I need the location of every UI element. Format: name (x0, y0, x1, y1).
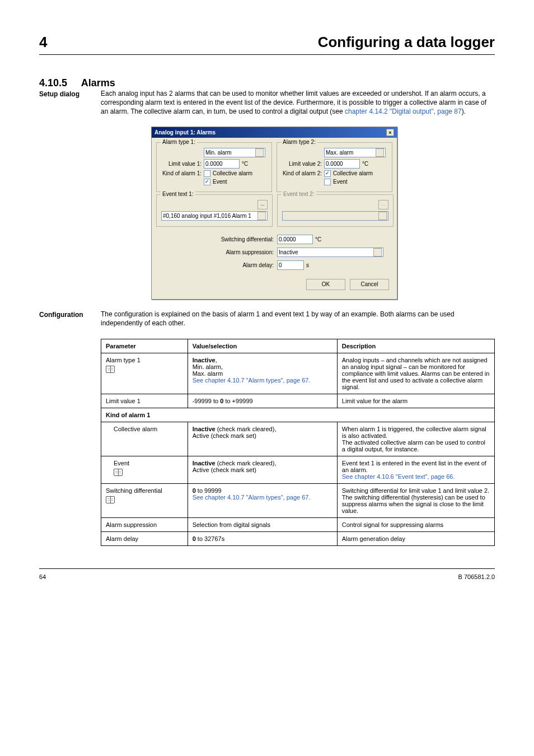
desc-alarm-type-1: Analog inputs – and channels which are n… (337, 353, 494, 394)
doc-id: B 706581.2.0 (458, 573, 495, 580)
eventtext1-legend: Event text 1: (161, 191, 195, 197)
desc-switch-diff: Switching differential for limit value 1… (337, 483, 494, 517)
table-row: Switching differential 0 to 99999See cha… (101, 483, 495, 517)
desc-delay: Alarm generation delay (337, 531, 494, 545)
alarm2-type-select[interactable]: Max. alarm (324, 148, 386, 157)
eventtext2-select (282, 211, 388, 221)
suppression-label: Alarm suppression: (156, 249, 274, 255)
ok-button[interactable]: OK (306, 279, 345, 290)
kind1-label: Kind of alarm 1: (161, 170, 202, 176)
dialog-title: Analog input 1: Alarms (154, 129, 216, 136)
configuration-label: Configuration (39, 311, 101, 319)
subsection-number: 4.10.5 (39, 77, 67, 88)
event1-checkbox[interactable]: ✓ (204, 179, 210, 185)
ref-digital-output[interactable]: chapter 4.14.2 "Digital output", page 87 (345, 108, 462, 115)
limit2-input[interactable]: 0.0000 (324, 159, 360, 169)
param-delay: Alarm delay (101, 531, 188, 545)
table-subhead-row: Kind of alarm 1 (101, 408, 495, 422)
switch-diff-unit: °C (315, 236, 321, 242)
alarm2-legend: Alarm type 2: (281, 139, 317, 145)
event-text-1-group: Event text 1: ... #0,160 analog input #1… (156, 194, 273, 227)
param-limit-1: Limit value 1 (101, 394, 188, 408)
switch-diff-label: Switching differential: (156, 236, 274, 242)
alarm1-legend: Alarm type 1: (161, 139, 197, 145)
table-row: Alarm suppression Selection from digital… (101, 517, 495, 531)
table-row: Limit value 1 -99999 to 0 to +99999 Limi… (101, 394, 495, 408)
desc-limit-1: Limit value for the alarm (337, 394, 494, 408)
configuration-intro: The configuration is explained on the ba… (101, 310, 495, 328)
param-event: Event (114, 460, 183, 466)
desc-event: Event text 1 is entered in the event lis… (337, 456, 494, 483)
subhead-kind-of-alarm-1: Kind of alarm 1 (101, 408, 495, 422)
value-limit-1: -99999 to 0 to +99999 (188, 394, 337, 408)
desc-collective: When alarm 1 is triggered, the collectiv… (337, 422, 494, 456)
book-icon (114, 469, 123, 476)
desc-suppression: Control signal for suppressing alarms (337, 517, 494, 531)
page-number: 64 (39, 573, 46, 580)
eventtext1-select[interactable]: #0,160 analog input #1,016 Alarm 1 (161, 211, 268, 221)
alarms-dialog: Analog input 1: Alarms × Alarm type 1: M… (151, 127, 397, 300)
close-icon[interactable]: × (386, 129, 394, 136)
limit1-input[interactable]: 0.0000 (204, 159, 240, 169)
alarm-type-2-group: Alarm type 2: Max. alarm Limit value 2: … (277, 142, 392, 192)
book-icon (106, 366, 115, 373)
limit2-label: Limit value 2: (282, 161, 322, 167)
collective2-label: Collective alarm (333, 170, 373, 176)
value-delay: 0 to 32767s (188, 531, 337, 545)
param-alarm-type-1: Alarm type 1 (106, 357, 183, 363)
col-parameter: Parameter (101, 339, 188, 353)
limit2-unit: °C (362, 161, 368, 167)
section-title: Configuring a data logger (318, 34, 495, 51)
table-row: Event Inactive (check mark cleared),Acti… (101, 456, 495, 483)
alarm-type-1-group: Alarm type 1: Min. alarm Limit value 1: … (156, 142, 272, 192)
value-suppression: Selection from digital signals (188, 517, 337, 531)
col-value: Value/selection (188, 339, 337, 353)
collective2-checkbox[interactable]: ✓ (324, 170, 331, 177)
config-table: Parameter Value/selection Description Al… (101, 339, 495, 546)
value-switch-diff: 0 to 99999See chapter 4.10.7 "Alarm type… (188, 483, 337, 517)
param-suppression: Alarm suppression (101, 517, 188, 531)
section-number: 4 (39, 34, 47, 51)
limit1-label: Limit value 1: (161, 161, 202, 167)
setup-dialog-label: Setup dialog (39, 90, 101, 98)
event2-checkbox[interactable] (324, 179, 331, 185)
param-collective: Collective alarm (101, 422, 188, 456)
event-text-2-group: Event text 2: ... (277, 194, 394, 227)
table-row: Alarm delay 0 to 32767s Alarm generation… (101, 531, 495, 545)
ref-alarm-types-2[interactable]: See chapter 4.10.7 "Alarm types", page 6… (193, 494, 311, 501)
table-row: Collective alarm Inactive (check mark cl… (101, 422, 495, 456)
event1-label: Event (213, 179, 227, 185)
delay-input[interactable]: 0 (277, 260, 304, 270)
col-description: Description (337, 339, 494, 353)
collective1-checkbox[interactable] (204, 170, 210, 177)
value-collective: Inactive (check mark cleared),Active (ch… (188, 422, 337, 456)
suppression-select[interactable]: Inactive (277, 248, 383, 257)
delay-label: Alarm delay: (156, 262, 274, 268)
value-event: Inactive (check mark cleared),Active (ch… (188, 456, 337, 483)
alarm1-type-select[interactable]: Min. alarm (204, 148, 265, 157)
eventtext2-legend: Event text 2: (282, 191, 316, 197)
ref-event-text[interactable]: See chapter 4.10.6 "Event text", page 66… (342, 473, 455, 480)
delay-unit: s (306, 262, 309, 268)
cancel-button[interactable]: Cancel (350, 279, 389, 290)
eventtext2-ellipsis-button: ... (378, 200, 388, 209)
book-icon (106, 496, 115, 503)
subsection-title: Alarms (81, 77, 115, 88)
limit1-unit: °C (242, 161, 248, 167)
kind2-label: Kind of alarm 2: (282, 170, 322, 176)
param-switch-diff: Switching differential (106, 487, 183, 494)
eventtext1-ellipsis-button[interactable]: ... (257, 200, 268, 209)
event2-label: Event (333, 179, 348, 185)
intro-text: Each analog input has 2 alarms that can … (101, 89, 495, 116)
ref-alarm-types-1[interactable]: See chapter 4.10.7 "Alarm types", page 6… (193, 377, 311, 384)
table-row: Alarm type 1 Inactive,Min. alarm,Max. al… (101, 353, 495, 394)
switch-diff-input[interactable]: 0.0000 (277, 235, 313, 244)
value-alarm-type-1: Inactive,Min. alarm,Max. alarm See chapt… (188, 353, 337, 394)
collective1-label: Collective alarm (213, 170, 252, 176)
